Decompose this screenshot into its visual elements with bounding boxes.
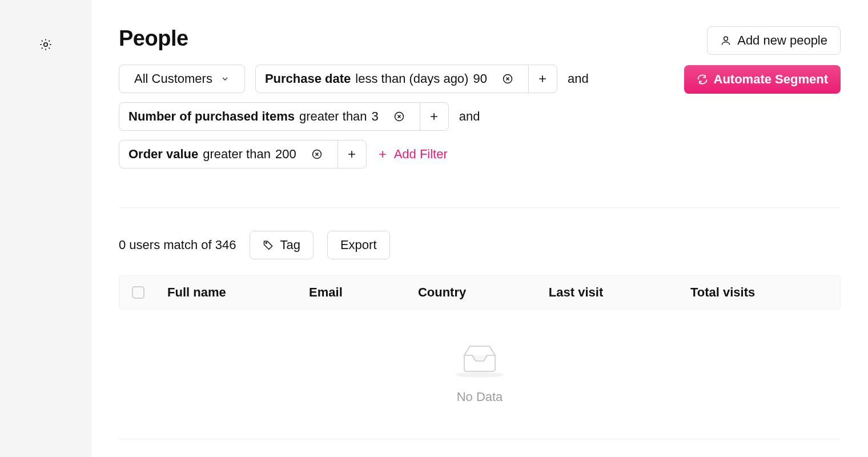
add-condition-button[interactable] <box>420 103 448 130</box>
inbox-icon <box>454 342 505 378</box>
automate-segment-button[interactable]: Automate Segment <box>684 65 841 94</box>
select-all-checkbox[interactable] <box>132 286 144 299</box>
column-header[interactable]: Last visit <box>549 285 690 300</box>
remove-filter-button[interactable] <box>496 73 519 85</box>
filter-chip-body[interactable]: Order value greater than 200 <box>119 141 337 168</box>
filter-chip-body[interactable]: Purchase date less than (days ago) 90 <box>256 65 528 93</box>
refresh-icon <box>697 74 708 85</box>
filter-chip: Number of purchased items greater than 3 <box>119 102 449 131</box>
close-circle-icon <box>311 149 323 160</box>
filters-area: All Customers Purchase date less than (d… <box>119 65 589 169</box>
add-condition-button[interactable] <box>337 141 366 168</box>
remove-filter-button[interactable] <box>306 149 328 160</box>
page-title: People <box>119 26 589 51</box>
main-content: People All Customers Purchase date less … <box>91 0 868 457</box>
tag-icon <box>263 239 274 251</box>
close-circle-icon <box>393 111 405 122</box>
divider <box>119 207 841 208</box>
filter-operator: less than (days ago) <box>355 71 468 86</box>
settings-button[interactable] <box>38 37 54 53</box>
plus-icon <box>346 149 357 160</box>
filter-value: 3 <box>372 109 379 124</box>
results-toolbar: 0 users match of 346 Tag Export <box>119 231 841 259</box>
sidebar <box>0 0 91 457</box>
filter-value: 200 <box>275 147 296 162</box>
add-condition-button[interactable] <box>528 65 557 93</box>
filter-field: Purchase date <box>265 71 351 86</box>
add-filter-label: Add Filter <box>394 147 448 162</box>
filter-row: Order value greater than 200 <box>119 140 589 169</box>
close-circle-icon <box>502 73 513 85</box>
filter-field: Order value <box>128 147 198 162</box>
plus-icon <box>377 149 388 160</box>
plus-icon <box>428 111 440 122</box>
export-button[interactable]: Export <box>327 231 390 259</box>
column-header[interactable]: Full name <box>167 285 309 300</box>
export-button-label: Export <box>340 238 377 252</box>
column-header[interactable]: Email <box>309 285 418 300</box>
svg-point-0 <box>43 43 47 46</box>
filter-value: 90 <box>473 71 487 86</box>
filter-operator: greater than <box>203 147 271 162</box>
segment-selector[interactable]: All Customers <box>119 65 245 93</box>
add-filter-button[interactable]: Add Filter <box>377 147 448 162</box>
filter-row: All Customers Purchase date less than (d… <box>119 65 589 93</box>
filter-row: Number of purchased items greater than 3… <box>119 102 589 131</box>
divider <box>119 439 841 439</box>
conjunction-label: and <box>459 109 480 124</box>
remove-filter-button[interactable] <box>388 111 411 122</box>
gear-icon <box>39 38 53 51</box>
column-header[interactable]: Total visits <box>690 285 832 300</box>
segment-selector-label: All Customers <box>134 71 212 86</box>
svg-point-4 <box>724 37 728 41</box>
match-count-text: 0 users match of 346 <box>119 238 236 252</box>
header-actions: Add new people Automate Segment <box>684 26 841 94</box>
table-header: Full name Email Country Last visit Total… <box>119 275 841 310</box>
conjunction-label: and <box>568 71 589 86</box>
filter-operator: greater than <box>299 109 367 124</box>
add-people-label: Add new people <box>737 33 827 48</box>
filter-chip: Order value greater than 200 <box>119 140 367 169</box>
column-header[interactable]: Country <box>418 285 549 300</box>
tag-button-label: Tag <box>280 238 300 252</box>
person-icon <box>720 35 732 46</box>
plus-icon <box>537 73 548 85</box>
empty-state-label: No Data <box>457 390 503 404</box>
filter-chip: Purchase date less than (days ago) 90 <box>255 65 557 93</box>
tag-button[interactable]: Tag <box>250 231 313 259</box>
empty-state: No Data <box>119 342 841 404</box>
automate-segment-label: Automate Segment <box>714 72 828 87</box>
filter-chip-body[interactable]: Number of purchased items greater than 3 <box>119 103 420 130</box>
chevron-down-icon <box>220 74 230 83</box>
svg-point-6 <box>456 372 504 378</box>
svg-point-5 <box>266 242 267 243</box>
filter-field: Number of purchased items <box>128 109 295 124</box>
add-people-button[interactable]: Add new people <box>707 26 841 55</box>
